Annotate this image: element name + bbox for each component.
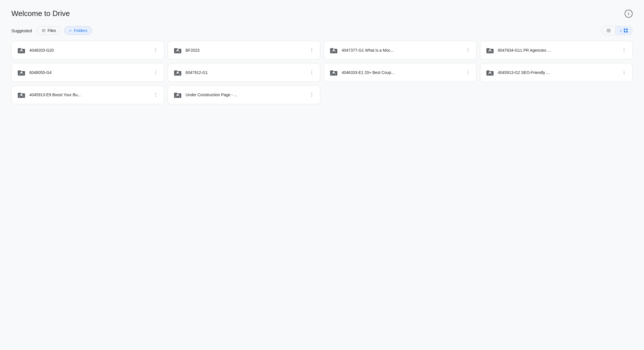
svg-rect-9 — [626, 31, 628, 33]
folders-grid: 4048203-G20 BF2023 — [11, 41, 633, 104]
folder-icon-wrap — [16, 90, 27, 100]
more-options-button[interactable] — [152, 69, 159, 76]
folder-name: 6048055-G4 — [29, 70, 149, 75]
svg-rect-7 — [626, 29, 628, 30]
folder-card[interactable]: 6048055-G4 — [11, 63, 164, 82]
shared-folder-icon — [173, 67, 183, 78]
svg-point-47 — [311, 93, 312, 94]
svg-point-36 — [467, 72, 468, 73]
folder-card[interactable]: 4046333-E1 20+ Best Coup... — [324, 63, 477, 82]
list-view-button[interactable] — [602, 26, 615, 35]
svg-point-44 — [155, 94, 156, 95]
folder-name: 4046333-E1 20+ Best Coup... — [342, 70, 461, 75]
folder-icon-wrap — [485, 45, 495, 55]
folder-icon-wrap — [173, 90, 183, 100]
folder-icon-wrap — [16, 45, 27, 55]
svg-point-22 — [489, 49, 491, 51]
files-label: Files — [48, 28, 56, 33]
folder-card[interactable]: 6047912-G1 — [168, 63, 321, 82]
folder-icon-wrap — [329, 67, 339, 78]
folder-name: Under Construction Page - ... — [186, 92, 305, 97]
more-options-button[interactable] — [464, 47, 472, 54]
folder-name: BF2023 — [186, 48, 305, 53]
shared-folder-icon — [173, 90, 183, 100]
more-options-button[interactable] — [620, 69, 628, 76]
svg-point-29 — [155, 74, 156, 74]
svg-rect-5 — [607, 32, 611, 32]
more-options-button[interactable] — [308, 69, 315, 76]
folder-icon-wrap — [173, 45, 183, 55]
folders-filter-button[interactable]: ✓ Folders — [64, 26, 92, 35]
svg-point-12 — [155, 50, 156, 51]
svg-point-43 — [155, 93, 156, 94]
more-options-button[interactable] — [152, 47, 159, 54]
svg-point-11 — [155, 49, 156, 49]
svg-point-41 — [624, 74, 624, 74]
folder-card[interactable]: Under Construction Page - ... — [168, 85, 321, 104]
toolbar-left: Suggested Files ✓ Folders — [11, 26, 92, 35]
shared-folder-icon — [16, 90, 27, 100]
suggested-label: Suggested — [11, 28, 32, 33]
svg-point-26 — [20, 71, 22, 73]
svg-point-23 — [624, 49, 624, 49]
svg-point-25 — [624, 51, 624, 52]
more-options-button[interactable] — [464, 69, 472, 76]
info-icon[interactable]: i — [625, 10, 633, 18]
more-options-button[interactable] — [308, 47, 315, 54]
svg-point-40 — [624, 72, 624, 73]
svg-point-31 — [311, 71, 312, 71]
folder-name: 4048203-G20 — [29, 48, 149, 53]
folder-name: 4045913-E9 Boost Your Bu... — [29, 92, 149, 97]
page-title: Welcome to Drive — [11, 9, 70, 18]
folder-name: 6047634-G11 PR Agencies ... — [498, 48, 618, 53]
svg-point-35 — [467, 71, 468, 71]
folder-card[interactable]: 4048203-G20 — [11, 41, 164, 60]
svg-point-38 — [489, 71, 491, 73]
svg-point-48 — [311, 94, 312, 95]
folder-name: 4047377-G1 What is a Moc... — [342, 48, 461, 53]
svg-point-10 — [20, 49, 22, 51]
svg-point-16 — [311, 50, 312, 51]
shared-folder-icon — [329, 45, 339, 55]
check-icon: ✓ — [69, 29, 72, 33]
svg-point-45 — [155, 96, 156, 96]
svg-point-21 — [467, 51, 468, 52]
list-icon — [41, 28, 46, 33]
svg-point-32 — [311, 72, 312, 73]
svg-point-19 — [467, 49, 468, 49]
grid-view-button[interactable]: ✓ — [615, 26, 632, 35]
svg-point-39 — [624, 71, 624, 71]
folder-name: 6047912-G1 — [186, 70, 305, 75]
page-header: Welcome to Drive i — [11, 9, 633, 18]
files-filter-button[interactable]: Files — [37, 26, 61, 35]
folder-name: 4045913-G2 SEO-Friendly ... — [498, 70, 618, 75]
svg-point-15 — [311, 49, 312, 49]
view-toggle: ✓ — [602, 26, 633, 35]
folder-card[interactable]: 4045913-E9 Boost Your Bu... — [11, 85, 164, 104]
svg-point-20 — [467, 50, 468, 51]
svg-point-14 — [177, 49, 179, 51]
shared-folder-icon — [329, 67, 339, 78]
more-options-button[interactable] — [620, 47, 628, 54]
svg-point-37 — [467, 74, 468, 74]
svg-rect-4 — [607, 30, 611, 31]
folders-label: Folders — [74, 28, 87, 33]
shared-folder-icon — [485, 45, 495, 55]
folder-card[interactable]: BF2023 — [168, 41, 321, 60]
svg-point-13 — [155, 51, 156, 52]
folder-card[interactable]: 4047377-G1 What is a Moc... — [324, 41, 477, 60]
folder-card[interactable]: 4045913-G2 SEO-Friendly ... — [480, 63, 633, 82]
svg-point-18 — [333, 49, 335, 51]
folder-icon-wrap — [329, 45, 339, 55]
more-options-button[interactable] — [308, 91, 315, 98]
svg-point-27 — [155, 71, 156, 71]
shared-folder-icon — [16, 45, 27, 55]
svg-point-49 — [311, 96, 312, 96]
folder-card[interactable]: 6047634-G11 PR Agencies ... — [480, 41, 633, 60]
shared-folder-icon — [485, 67, 495, 78]
more-options-button[interactable] — [152, 91, 159, 98]
svg-point-42 — [20, 94, 22, 96]
svg-point-24 — [624, 50, 624, 51]
svg-rect-3 — [607, 29, 611, 30]
shared-folder-icon — [173, 45, 183, 55]
